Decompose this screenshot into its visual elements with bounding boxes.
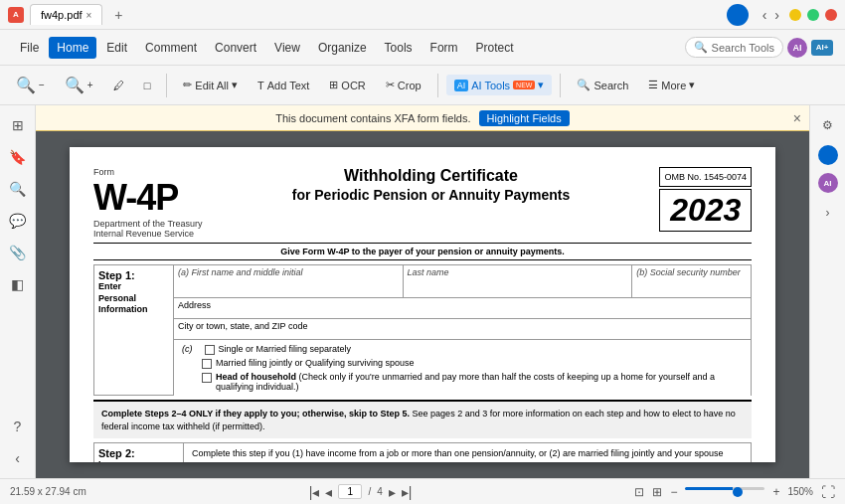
menu-view[interactable]: View — [266, 37, 308, 59]
checkbox-married-jointly[interactable] — [202, 359, 212, 369]
pdf-page: Form W-4P Department of the Treasury Int… — [70, 147, 775, 462]
search-btn-icon: 🔍 — [577, 79, 591, 91]
step2-label-box: Step 2: Income From a Job and/or Multipl… — [93, 442, 183, 462]
zoom-in-icon: 🔍 — [65, 76, 84, 94]
menu-file[interactable]: File — [12, 37, 47, 59]
ocr-button[interactable]: ⊞ OCR — [321, 75, 373, 95]
first-page-btn[interactable]: |◂ — [309, 484, 320, 500]
right-settings-icon[interactable]: ⚙ — [816, 113, 840, 137]
last-page-btn[interactable]: ▸| — [402, 484, 413, 500]
step2-number: Step 2: — [98, 447, 179, 459]
crop-button[interactable]: ✂ Crop — [378, 75, 429, 95]
w4p-title-block: Form W-4P — [93, 167, 203, 219]
zoom-slider — [685, 487, 764, 490]
zoom-thumb — [733, 487, 743, 497]
ai-badge[interactable]: AI — [787, 38, 807, 58]
ai-new-badge: NEW — [513, 81, 535, 89]
menu-convert[interactable]: Convert — [207, 37, 264, 59]
step2-content: Complete this step if you (1) have incom… — [183, 442, 752, 462]
menu-tools[interactable]: Tools — [377, 37, 421, 59]
next-page-btn[interactable]: ▸ — [389, 484, 396, 500]
step1-name: Enter Personal Information — [98, 281, 169, 316]
title-bar: A fw4p.pdf × + ‹ › — [0, 0, 845, 30]
sidebar-comment-icon[interactable]: 💬 — [6, 209, 30, 233]
name-row: (a) First name and middle initial Last n… — [173, 264, 752, 297]
sidebar-bookmark-icon[interactable]: 🔖 — [6, 145, 30, 169]
year-box: 2023 — [659, 189, 752, 232]
step1-label-box: Step 1: Enter Personal Information — [93, 264, 173, 396]
nav-forward-btn[interactable]: › — [774, 7, 779, 23]
page-dimensions: 21.59 x 27.94 cm — [10, 486, 86, 497]
menu-organize[interactable]: Organize — [310, 37, 375, 59]
field-c-label: (c) — [182, 344, 193, 354]
close-button[interactable] — [825, 9, 837, 21]
address-cell[interactable]: Address — [174, 298, 751, 318]
search-button[interactable]: 🔍 Search — [569, 75, 636, 95]
fit-page-icon[interactable]: ⊡ — [634, 485, 644, 499]
ai-badge2[interactable]: AI+ — [811, 40, 833, 56]
step2-section: Step 2: Income From a Job and/or Multipl… — [93, 442, 752, 462]
ssn-cell: (b) Social security number — [632, 265, 751, 297]
sidebar-help-icon[interactable]: ? — [6, 415, 30, 438]
more-button[interactable]: ☰ More ▾ — [640, 75, 703, 95]
pdf-viewport[interactable]: Form W-4P Department of the Treasury Int… — [36, 131, 809, 478]
fit-width-icon[interactable]: ⊞ — [652, 485, 662, 499]
active-tab[interactable]: fw4p.pdf × — [30, 4, 102, 25]
sidebar-thumbnail-icon[interactable]: ⊞ — [6, 113, 30, 137]
sidebar-search-icon[interactable]: 🔍 — [6, 177, 30, 201]
nav-back-btn[interactable]: ‹ — [762, 7, 767, 23]
first-name-field[interactable] — [178, 277, 399, 291]
last-name-field[interactable] — [408, 277, 628, 291]
add-text-button[interactable]: T Add Text — [250, 76, 317, 95]
pdf-header: Form W-4P Department of the Treasury Int… — [93, 167, 752, 239]
menu-comment[interactable]: Comment — [137, 37, 205, 59]
city-cell[interactable]: City or town, state, and ZIP code — [174, 319, 751, 339]
highlight-fields-button[interactable]: Highlight Fields — [479, 110, 570, 126]
ssn-field[interactable] — [636, 277, 747, 291]
option1-label: Single or Married filing separately — [219, 344, 352, 354]
zoom-out-icon: 🔍 — [16, 76, 36, 94]
prev-page-btn[interactable]: ◂ — [325, 484, 332, 500]
form-title-line1: Withholding Certificate — [203, 167, 660, 185]
zoom-level: 150% — [787, 486, 813, 497]
fullscreen-btn[interactable]: ⛶ — [821, 484, 835, 500]
toolbar: 🔍− 🔍+ 🖊 □ ✏ Edit All ▾ T Add Text ⊞ OCR … — [0, 66, 845, 105]
minimize-button[interactable] — [789, 9, 801, 21]
edit-all-button[interactable]: ✏ Edit All ▾ — [175, 75, 246, 95]
sidebar-expand-icon[interactable]: ‹ — [6, 446, 30, 470]
ai-tools-icon: AI — [454, 80, 469, 91]
shape-tool-button[interactable]: □ — [136, 76, 159, 95]
menu-home[interactable]: Home — [49, 37, 96, 59]
right-ai-badge[interactable]: AI — [818, 173, 838, 193]
checkbox-head-household[interactable] — [202, 373, 212, 383]
user-avatar — [727, 4, 749, 26]
zoom-in-button[interactable]: 🔍+ — [57, 72, 101, 98]
menu-form[interactable]: Form — [422, 37, 466, 59]
right-sidebar: ⚙ AI › — [809, 105, 845, 478]
new-tab-button[interactable]: + — [108, 5, 128, 25]
sidebar-layer-icon[interactable]: ◧ — [6, 272, 30, 296]
app-icon: A — [8, 7, 24, 23]
zoom-out-status-btn[interactable]: − — [670, 485, 677, 499]
search-tools-box[interactable]: 🔍 Search Tools — [685, 37, 783, 58]
last-name-label: Last name — [408, 267, 449, 277]
highlight-tool-button[interactable]: 🖊 — [105, 76, 132, 95]
page-number-input[interactable] — [338, 484, 362, 499]
zoom-in-status-btn[interactable]: + — [772, 485, 779, 499]
zoom-out-button[interactable]: 🔍− — [8, 72, 53, 98]
checkbox-row-2: Married filing jointly or Qualifying sur… — [202, 358, 743, 369]
option3-label: Head of household (Check only if you're … — [216, 372, 743, 392]
menu-protect[interactable]: Protect — [468, 37, 522, 59]
page-separator: / — [368, 486, 371, 497]
right-nav-icon[interactable]: › — [816, 201, 840, 225]
right-user-avatar[interactable] — [818, 145, 838, 165]
tab-close-button[interactable]: × — [86, 10, 92, 21]
maximize-button[interactable] — [807, 9, 819, 21]
zoom-slider-container[interactable] — [685, 487, 764, 497]
notification-close-button[interactable]: × — [793, 110, 801, 126]
ai-tools-button[interactable]: AI AI Tools NEW ▾ — [446, 75, 553, 95]
sidebar-attach-icon[interactable]: 📎 — [6, 241, 30, 264]
checkbox-single[interactable] — [205, 345, 215, 355]
menu-edit[interactable]: Edit — [98, 37, 135, 59]
search-icon: 🔍 — [694, 41, 708, 54]
